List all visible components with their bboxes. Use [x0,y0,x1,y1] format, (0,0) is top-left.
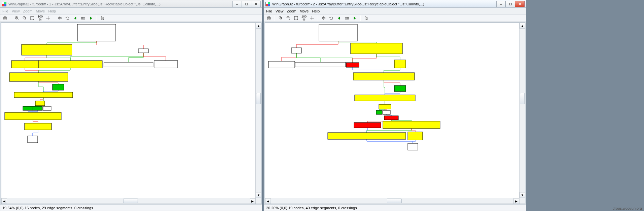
menu-file[interactable]: File [2,9,8,13]
menu-move[interactable]: Move [36,9,45,13]
print-icon[interactable] [2,15,8,21]
graph-node[interactable] [154,61,178,68]
minimize-button[interactable] [496,1,506,7]
scroll-thumb[interactable] [387,199,402,203]
graph-node[interactable] [269,61,295,68]
graph-node[interactable] [408,143,418,150]
scroll-left-icon[interactable]: ◀ [1,198,7,204]
nav-history-icon[interactable] [344,15,350,21]
refresh-icon[interactable] [64,15,71,21]
graph-node[interactable] [25,123,51,130]
close-button[interactable] [515,1,525,7]
nav-back-icon[interactable] [336,15,343,21]
scroll-left-icon[interactable]: ◀ [265,198,271,204]
graph-node[interactable] [353,73,415,80]
crosshair-icon[interactable] [309,15,315,21]
zoom-100-icon[interactable]: 100% [37,15,44,21]
graph-svg[interactable] [265,23,521,171]
menu-zoom[interactable]: Zoom [23,9,32,13]
nav-history-icon[interactable] [80,15,86,21]
graph-node[interactable] [35,101,45,106]
graph-node[interactable] [328,133,406,139]
graph-canvas[interactable]: ▲ ▼ ◀ ▶ [1,23,261,204]
scroll-thumb[interactable] [520,93,525,104]
graph-canvas[interactable]: ▲ ▼ ◀ ▶ [265,23,525,204]
graph-node[interactable] [354,122,381,128]
graph-node[interactable] [5,112,61,120]
graph-node[interactable] [104,62,153,67]
nav-back-icon[interactable] [72,15,79,21]
menu-help[interactable]: Help [312,9,320,13]
horizontal-scrollbar[interactable]: ◀ ▶ [1,198,255,204]
fit-window-icon[interactable] [29,15,36,21]
graph-node[interactable] [383,110,390,114]
graph-node[interactable] [9,73,68,81]
graph-node[interactable] [33,106,42,110]
scroll-down-icon[interactable]: ▼ [256,192,261,198]
graph-node[interactable] [394,60,406,68]
close-button[interactable] [251,1,261,7]
refresh-icon[interactable] [328,15,335,21]
graph-node[interactable] [379,104,391,109]
graph-node[interactable] [14,92,73,98]
graph-node[interactable] [77,24,116,41]
graph-node[interactable] [384,116,398,120]
minimize-button[interactable] [232,1,242,7]
center-node-icon[interactable]: N [57,15,63,21]
horizontal-scrollbar[interactable]: ◀ ▶ [265,198,519,204]
nav-forward-icon[interactable] [351,15,358,21]
menu-file[interactable]: File [266,9,272,13]
graph-node[interactable] [408,132,423,140]
zoom-in-icon[interactable] [13,15,20,21]
cursor-icon[interactable] [363,15,370,21]
scroll-up-icon[interactable]: ▲ [256,23,261,29]
graph-node[interactable] [22,44,72,55]
menu-view[interactable]: View [12,9,20,13]
zoom-out-icon[interactable] [21,15,28,21]
svg-rect-45 [345,17,349,19]
nav-forward-icon[interactable] [87,15,94,21]
graph-node[interactable] [394,85,406,92]
scroll-right-icon[interactable]: ▶ [250,198,255,204]
graph-node[interactable] [355,95,415,101]
graph-node[interactable] [291,48,301,53]
graph-node[interactable] [319,24,357,41]
zoom-100-icon[interactable]: 100% [300,15,308,21]
scroll-up-icon[interactable]: ▲ [520,23,525,29]
watermark-text: drops.wooyun.org [613,206,642,210]
graph-node[interactable] [23,106,33,110]
graph-node[interactable] [43,106,51,110]
graph-svg[interactable] [1,23,257,171]
graph-node[interactable] [28,136,38,143]
vertical-scrollbar[interactable]: ▲ ▼ [519,23,525,198]
graph-node[interactable] [351,43,402,54]
cursor-icon[interactable] [99,15,106,21]
graph-node[interactable] [11,61,38,68]
graph-node[interactable] [38,61,102,68]
print-icon[interactable] [265,15,272,21]
menu-move[interactable]: Move [300,9,309,13]
center-node-icon[interactable]: N [320,15,327,21]
maximize-button[interactable] [242,1,251,7]
scroll-down-icon[interactable]: ▼ [520,192,525,198]
graph-node[interactable] [52,84,64,90]
zoom-in-icon[interactable] [277,15,284,21]
scroll-thumb[interactable] [256,93,261,104]
titlebar[interactable]: WinGraph32 - turbodiff - 2 - Js::ArrayBu… [264,0,526,8]
scroll-thumb[interactable] [123,199,138,203]
scroll-right-icon[interactable]: ▶ [513,198,519,204]
titlebar[interactable]: WinGraph32 - turbodiff - 1 - Js::ArrayBu… [0,0,262,8]
graph-node[interactable] [138,49,148,53]
crosshair-icon[interactable] [45,15,51,21]
vertical-scrollbar[interactable]: ▲ ▼ [255,23,261,198]
menu-zoom[interactable]: Zoom [287,9,296,13]
fit-window-icon[interactable] [293,15,299,21]
graph-node[interactable] [295,62,346,67]
zoom-out-icon[interactable] [285,15,292,21]
graph-node[interactable] [346,63,359,67]
graph-node[interactable] [383,121,440,129]
menu-view[interactable]: View [276,9,284,13]
graph-node[interactable] [376,110,382,114]
maximize-button[interactable] [506,1,515,7]
menu-help[interactable]: Help [48,9,56,13]
